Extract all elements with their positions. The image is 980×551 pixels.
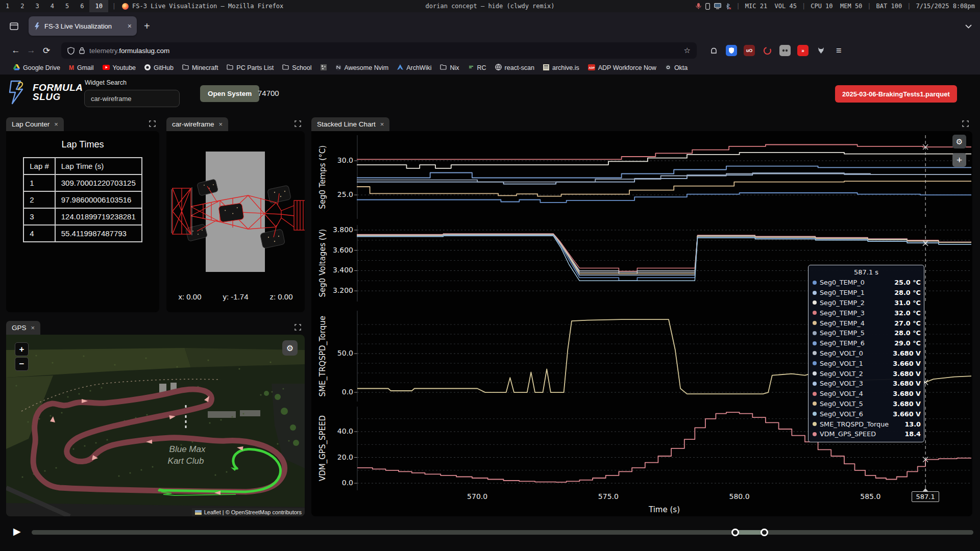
statusbar-stat: MIC 21 VOL 45 bbox=[745, 3, 797, 10]
lap-table-cell: 2 bbox=[23, 191, 55, 208]
series-name: Seg0_TEMP_5 bbox=[820, 329, 894, 337]
series-dot bbox=[813, 311, 817, 315]
tab-title: FS-3 Live Visualization bbox=[44, 22, 112, 30]
y-axis-title: Seg0 Temps (°C) bbox=[312, 135, 333, 219]
bookmark-google-drive[interactable]: Google Drive bbox=[13, 64, 60, 72]
bookmark-adp-workforce-now[interactable]: ADPADP Workforce Now bbox=[588, 64, 656, 72]
wolf-extension-icon[interactable] bbox=[815, 45, 826, 56]
play-button[interactable]: ▶ bbox=[13, 525, 21, 537]
open-system-button[interactable]: Open System bbox=[200, 85, 259, 102]
statusbar-separator: | bbox=[737, 3, 740, 10]
stacked-chart-body[interactable]: ⚙ + 587.1 s Seg0_TEMP_025.0 °CSeg0_TEMP_… bbox=[311, 131, 972, 516]
bookmark-rc[interactable]: RC bbox=[468, 64, 486, 72]
menu-button[interactable]: ≡ bbox=[836, 45, 842, 56]
reload-button[interactable]: ⟳ bbox=[39, 43, 54, 58]
bookmarks-bar: Google DriveMGmailYoutubeGitHubMinecraft… bbox=[0, 61, 980, 75]
stacked-chart-tab[interactable]: Stacked Line Chart × bbox=[311, 117, 389, 131]
gps-map[interactable]: + − ⚙ bbox=[6, 335, 305, 516]
series-name: Seg0_VOLT_4 bbox=[820, 390, 893, 397]
bookmark-label: School bbox=[292, 64, 311, 71]
bookmark-okta[interactable]: Okta bbox=[665, 64, 688, 72]
map-settings-gear-icon[interactable]: ⚙ bbox=[282, 340, 298, 356]
stacked-chart-close-icon[interactable]: × bbox=[380, 120, 384, 128]
new-tab-button[interactable]: + bbox=[144, 20, 150, 32]
firefox-view-button[interactable] bbox=[6, 18, 21, 34]
bookmark-github[interactable]: GitHub bbox=[144, 64, 174, 72]
timeline-handle-end[interactable] bbox=[761, 529, 768, 536]
bookmark-pc-parts-list[interactable]: PC Parts List bbox=[227, 64, 274, 71]
bookmark-star-icon[interactable]: ☆ bbox=[684, 46, 691, 55]
bookmark-gmail[interactable]: MGmail bbox=[69, 64, 94, 71]
car-wireframe-close-icon[interactable]: × bbox=[219, 120, 223, 128]
tooltip-row: Seg0_VOLT_53.680 V bbox=[812, 399, 921, 409]
chart-add-button[interactable]: + bbox=[952, 153, 966, 167]
svg-text:Kart Club: Kart Club bbox=[168, 456, 204, 466]
drive-icon bbox=[13, 64, 20, 72]
cursor-time-box[interactable]: 587.1 bbox=[912, 491, 939, 502]
tab-list-chevron-icon[interactable] bbox=[965, 21, 972, 31]
bookmark-minecraft[interactable]: Minecraft bbox=[182, 64, 218, 71]
folder-icon bbox=[282, 64, 289, 71]
lap-counter-tab[interactable]: Lap Counter × bbox=[6, 117, 64, 131]
tampermonkey-extension-icon[interactable] bbox=[779, 45, 791, 56]
timeline-slider[interactable] bbox=[32, 530, 973, 535]
statusbar-stat: CPU 10 MEM 50 bbox=[811, 3, 862, 10]
tooltip-row: Seg0_TEMP_629.0 °C bbox=[812, 338, 921, 348]
bookmark-pixel[interactable] bbox=[321, 64, 327, 72]
bookmark-nix[interactable]: Nix bbox=[440, 64, 459, 71]
mic-icon bbox=[696, 3, 701, 9]
gps-expand-icon[interactable] bbox=[295, 323, 301, 333]
bookmark-school[interactable]: School bbox=[282, 64, 311, 71]
workspace-3[interactable]: 3 bbox=[30, 0, 44, 12]
map-zoom-in-button[interactable]: + bbox=[15, 342, 29, 356]
tab-close-icon[interactable]: × bbox=[128, 22, 132, 30]
parquet-file-button[interactable]: 2025-03-06-BrakingTests1.parquet bbox=[835, 85, 957, 103]
lap-table-cell: 55.4119987487793 bbox=[55, 225, 142, 242]
timeline-selection bbox=[735, 530, 764, 535]
timeline-handle-start[interactable] bbox=[731, 529, 739, 536]
workspace-10[interactable]: 10 bbox=[89, 0, 108, 12]
workspace-2[interactable]: 2 bbox=[15, 0, 30, 12]
bookmark-label: ADP Workforce Now bbox=[598, 64, 656, 71]
workspace-1[interactable]: 1 bbox=[0, 0, 15, 12]
car-wireframe-expand-icon[interactable] bbox=[295, 120, 301, 129]
archive-icon bbox=[543, 64, 549, 72]
bookmark-awesome-nvim[interactable]: Awesome Nvim bbox=[335, 64, 389, 72]
bookmark-youtube[interactable]: Youtube bbox=[103, 64, 136, 71]
gps-close-icon[interactable]: × bbox=[31, 324, 35, 332]
stacked-chart-expand-icon[interactable] bbox=[962, 120, 969, 129]
bitwarden-extension-icon[interactable] bbox=[726, 45, 737, 56]
bookmark-archwiki[interactable]: ArchWiki bbox=[397, 64, 431, 71]
gps-tab[interactable]: GPS × bbox=[6, 321, 40, 335]
bookmark-react-scan[interactable]: react-scan bbox=[495, 64, 534, 72]
chart-settings-gear-icon[interactable]: ⚙ bbox=[952, 135, 966, 148]
ublock-origin-icon[interactable]: uO bbox=[744, 45, 755, 56]
back-button[interactable]: ← bbox=[8, 43, 23, 58]
url-bar[interactable]: telemetry.formulaslug.com ☆ bbox=[61, 42, 697, 59]
browser-tab[interactable]: FS-3 Live Visualization × bbox=[29, 16, 137, 36]
fastforward-extension-icon[interactable]: » bbox=[797, 45, 808, 56]
widget-search-input[interactable] bbox=[84, 90, 180, 107]
share-extension-icon[interactable] bbox=[708, 45, 719, 56]
series-name: Seg0_TEMP_4 bbox=[820, 319, 894, 327]
bookmark-archive-is[interactable]: archive.is bbox=[543, 64, 579, 72]
workspace-5[interactable]: 5 bbox=[60, 0, 75, 12]
forward-button[interactable]: → bbox=[23, 43, 39, 58]
workspace-6[interactable]: 6 bbox=[75, 0, 89, 12]
workspace-4[interactable]: 4 bbox=[45, 0, 60, 12]
car-wireframe-tab[interactable]: car-wireframe × bbox=[166, 117, 228, 131]
system-status-bar: 12345610 | FS-3 Live Visualization — Moz… bbox=[0, 0, 980, 12]
brand-name: FORMULA SLUG bbox=[33, 83, 83, 102]
lap-counter-expand-icon[interactable] bbox=[149, 120, 156, 129]
tooltip-row: Seg0_VOLT_03.680 V bbox=[812, 348, 921, 359]
lock-icon[interactable] bbox=[79, 47, 85, 54]
tracking-shield-icon[interactable] bbox=[67, 47, 75, 55]
tooltip-row: SME_TRQSPD_Torque13.0 bbox=[812, 419, 921, 429]
bookmark-label: Youtube bbox=[113, 64, 136, 71]
bookmark-label: Nix bbox=[450, 64, 459, 71]
display-icon bbox=[714, 3, 721, 9]
lap-counter-close-icon[interactable]: × bbox=[54, 120, 58, 128]
map-zoom-out-button[interactable]: − bbox=[15, 357, 29, 371]
car-wireframe-body[interactable]: x: 0.00y: -1.74z: 0.00 bbox=[166, 131, 305, 312]
downloader-extension-icon[interactable] bbox=[762, 45, 773, 56]
